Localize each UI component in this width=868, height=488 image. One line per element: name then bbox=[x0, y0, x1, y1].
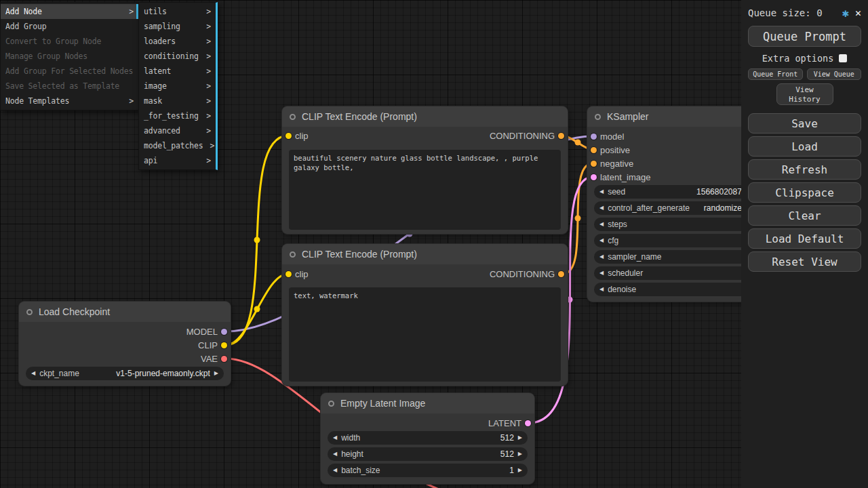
widget-width[interactable]: ◀ width 512 ▶ bbox=[328, 431, 528, 445]
widget-name: seed bbox=[608, 187, 625, 197]
node-title: CLIP Text Encode (Prompt) bbox=[302, 111, 417, 122]
sidebar-header: Queue size: 0 ✱ ✕ bbox=[748, 4, 861, 22]
clear-button[interactable]: Clear bbox=[748, 205, 861, 226]
output-slot-conditioning[interactable] bbox=[558, 133, 564, 139]
decrement-arrow-icon[interactable]: ◀ bbox=[31, 371, 35, 376]
clipspace-button[interactable]: Clipspace bbox=[748, 182, 861, 203]
widget-seed[interactable]: ◀ seed 1566802087 ▶ bbox=[594, 185, 755, 199]
node-header[interactable]: Empty Latent Image bbox=[321, 393, 534, 413]
node-header[interactable]: KSampler bbox=[587, 106, 762, 127]
submenu-arrow-icon: > bbox=[206, 156, 211, 165]
view-queue-button[interactable]: View Queue bbox=[807, 68, 862, 80]
collapse-dot-icon[interactable] bbox=[290, 114, 296, 120]
submenu-item-advanced[interactable]: advanced > bbox=[139, 123, 216, 138]
submenu-item-latent[interactable]: latent > bbox=[139, 64, 216, 79]
node-empty-latent-image[interactable]: Empty Latent Image LATENT ◀ width 512 ▶ … bbox=[320, 392, 535, 485]
collapse-dot-icon[interactable] bbox=[290, 251, 296, 258]
submenu-item-sampling[interactable]: sampling > bbox=[139, 19, 216, 34]
refresh-button[interactable]: Refresh bbox=[748, 159, 861, 180]
reset-view-button[interactable]: Reset View bbox=[748, 251, 861, 272]
widget-batch-size[interactable]: ◀ batch_size 1 ▶ bbox=[328, 464, 528, 477]
submenu-item-utils[interactable]: utils > bbox=[139, 4, 216, 19]
input-slot-model[interactable] bbox=[591, 134, 597, 140]
widget-name: batch_size bbox=[341, 466, 380, 475]
submenu-item-mask[interactable]: mask > bbox=[139, 94, 216, 108]
increment-arrow-icon[interactable]: ▶ bbox=[518, 451, 522, 457]
submenu-item-image[interactable]: image > bbox=[139, 79, 216, 94]
input-slot-positive[interactable] bbox=[591, 147, 597, 153]
menu-item-label: api bbox=[144, 156, 157, 165]
decrement-arrow-icon[interactable]: ◀ bbox=[599, 254, 604, 260]
input-slot-clip[interactable] bbox=[285, 271, 292, 277]
decrement-arrow-icon[interactable]: ◀ bbox=[599, 287, 604, 292]
widget-steps[interactable]: ◀ steps ▶ bbox=[594, 218, 755, 231]
node-ksampler[interactable]: KSampler model positive negative latent_… bbox=[587, 106, 763, 302]
menu-item-add-node[interactable]: Add Node > bbox=[1, 4, 138, 19]
widget-ckpt-name[interactable]: ◀ ckpt_name v1-5-pruned-emaonly.ckpt ▶ bbox=[26, 367, 224, 380]
widget-sampler-name[interactable]: ◀ sampler_name ▶ bbox=[594, 250, 755, 264]
decrement-arrow-icon[interactable]: ◀ bbox=[333, 468, 337, 473]
decrement-arrow-icon[interactable]: ◀ bbox=[599, 238, 604, 243]
output-slot-latent[interactable] bbox=[525, 420, 531, 426]
widget-cfg[interactable]: ◀ cfg ▶ bbox=[594, 234, 755, 247]
collapse-dot-icon[interactable] bbox=[26, 309, 33, 315]
widget-denoise[interactable]: ◀ denoise ▶ bbox=[594, 283, 755, 296]
widget-name: cfg bbox=[608, 236, 618, 245]
load-button[interactable]: Load bbox=[748, 136, 861, 157]
submenu-item-api[interactable]: api > bbox=[139, 153, 216, 168]
increment-arrow-icon[interactable]: ▶ bbox=[518, 468, 522, 473]
menu-item-add-group[interactable]: Add Group bbox=[1, 19, 138, 34]
menu-item-label: Add Group bbox=[5, 22, 47, 31]
collapse-dot-icon[interactable] bbox=[595, 114, 601, 120]
output-slot-vae[interactable] bbox=[221, 356, 227, 362]
node-editor-canvas[interactable]: CLIP Text Encode (Prompt) clip CONDITION… bbox=[0, 0, 868, 488]
decrement-arrow-icon[interactable]: ◀ bbox=[333, 451, 337, 457]
save-button[interactable]: Save bbox=[748, 113, 861, 134]
input-slot-negative[interactable] bbox=[591, 161, 597, 167]
node-header[interactable]: Load Checkpoint bbox=[19, 302, 231, 322]
submenu-arrow-icon: > bbox=[206, 52, 211, 61]
submenu-item-loaders[interactable]: loaders > bbox=[139, 34, 216, 49]
settings-gear-icon[interactable]: ✱ bbox=[842, 6, 849, 20]
increment-arrow-icon[interactable]: ▶ bbox=[518, 435, 522, 441]
extra-options-checkbox[interactable] bbox=[839, 54, 847, 62]
node-clip-text-encode-1[interactable]: CLIP Text Encode (Prompt) clip CONDITION… bbox=[281, 106, 568, 235]
node-clip-text-encode-2[interactable]: CLIP Text Encode (Prompt) clip CONDITION… bbox=[281, 243, 568, 386]
input-slot-label: positive bbox=[600, 145, 630, 156]
collapse-dot-icon[interactable] bbox=[328, 401, 334, 407]
decrement-arrow-icon[interactable]: ◀ bbox=[599, 189, 604, 195]
widget-height[interactable]: ◀ height 512 ▶ bbox=[328, 447, 528, 461]
decrement-arrow-icon[interactable]: ◀ bbox=[599, 205, 604, 211]
widget-control-after-generate[interactable]: ◀ control_after_generate randomize ▶ bbox=[594, 201, 755, 215]
widget-name: ckpt_name bbox=[39, 369, 79, 378]
increment-arrow-icon[interactable]: ▶ bbox=[214, 371, 218, 376]
node-header[interactable]: CLIP Text Encode (Prompt) bbox=[282, 106, 568, 127]
input-slot-clip[interactable] bbox=[285, 133, 292, 139]
decrement-arrow-icon[interactable]: ◀ bbox=[599, 270, 604, 276]
submenu-item-for-testing[interactable]: _for_testing > bbox=[139, 108, 216, 123]
input-slot-latent-image[interactable] bbox=[591, 174, 597, 180]
prompt-textarea[interactable]: text, watermark bbox=[289, 287, 561, 382]
widget-value: 1 bbox=[384, 466, 514, 475]
output-slot-clip[interactable] bbox=[221, 342, 227, 348]
menu-item-label: _for_testing bbox=[144, 111, 199, 121]
prompt-textarea[interactable]: beautiful scenery nature glass bottle la… bbox=[289, 150, 561, 230]
submenu-item-conditioning[interactable]: conditioning > bbox=[139, 49, 216, 64]
menu-item-label: image bbox=[144, 81, 167, 91]
decrement-arrow-icon[interactable]: ◀ bbox=[333, 435, 337, 441]
widget-value: 1566802087 bbox=[629, 187, 742, 197]
widget-scheduler[interactable]: ◀ scheduler ▶ bbox=[594, 266, 755, 280]
output-slot-model[interactable] bbox=[221, 329, 227, 335]
menu-item-node-templates[interactable]: Node Templates > bbox=[1, 94, 138, 108]
decrement-arrow-icon[interactable]: ◀ bbox=[599, 222, 604, 227]
close-icon[interactable]: ✕ bbox=[855, 7, 861, 19]
queue-front-button[interactable]: Queue Front bbox=[748, 68, 803, 80]
output-slot-conditioning[interactable] bbox=[558, 271, 564, 277]
view-history-button[interactable]: View History bbox=[776, 83, 833, 105]
submenu-item-model-patches[interactable]: model_patches > bbox=[139, 138, 216, 153]
widget-name: height bbox=[341, 449, 363, 459]
node-header[interactable]: CLIP Text Encode (Prompt) bbox=[282, 244, 568, 264]
load-default-button[interactable]: Load Default bbox=[748, 228, 861, 249]
node-load-checkpoint[interactable]: Load Checkpoint MODEL CLIP VAE ◀ ckpt_na… bbox=[18, 301, 231, 386]
queue-prompt-button[interactable]: Queue Prompt bbox=[748, 26, 861, 47]
